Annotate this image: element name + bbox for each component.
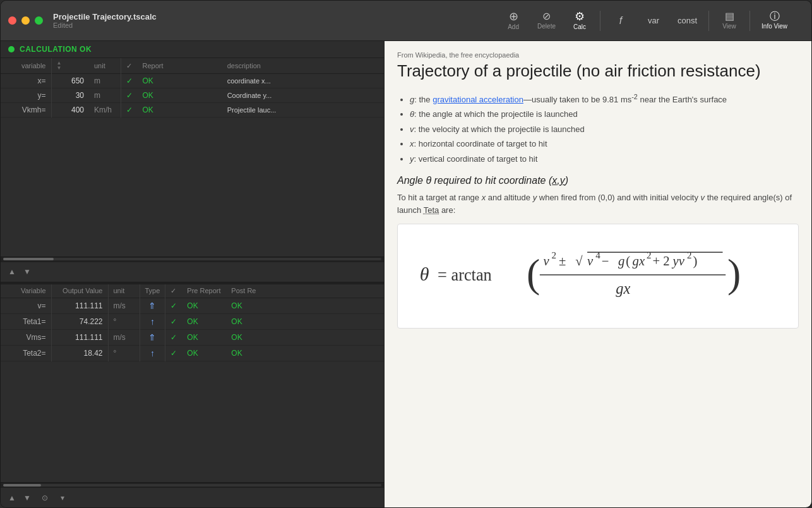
- svg-text:v: v: [587, 254, 594, 268]
- check-y: ✓: [121, 88, 138, 103]
- svg-text:+ 2: + 2: [653, 254, 670, 268]
- formula-box: θ = arctan ( v 2 ± √ v 4: [397, 224, 799, 329]
- scroll-thumb-output: [3, 484, 41, 487]
- svg-text:gx: gx: [616, 280, 630, 297]
- out-var-v: v=: [1, 298, 51, 313]
- out-val-v: 111.111: [51, 298, 108, 313]
- delete-button[interactable]: ⊘ Delete: [531, 9, 562, 32]
- out-post-vms: OK: [226, 329, 384, 345]
- add-label: Add: [508, 23, 519, 30]
- output-table: Variable Output Value unit Type ✓ Pre Re…: [1, 284, 384, 361]
- var-x: x=: [1, 74, 51, 88]
- svg-text:2: 2: [647, 250, 652, 260]
- th-unit: unit: [89, 58, 121, 74]
- info-view-icon: ⓘ: [770, 11, 780, 21]
- out-type-vms: ⇑: [140, 329, 165, 345]
- scroll-track-output: [3, 484, 381, 487]
- list-item: y: vertical coordinate of target to hit: [410, 153, 799, 166]
- svg-text:(: (: [527, 251, 540, 296]
- close-button[interactable]: [8, 16, 16, 25]
- svg-text:yv: yv: [672, 254, 685, 269]
- scroll-up-button[interactable]: ▲: [6, 265, 18, 278]
- var-button[interactable]: var: [638, 13, 669, 28]
- title-section: Projectile Trajectory.tscalc Edited: [53, 12, 157, 29]
- zoom-button[interactable]: [35, 16, 43, 25]
- out-var-teta1: Teta1=: [1, 313, 51, 329]
- window-subtitle: Edited: [53, 21, 157, 29]
- out-check-v: ✓: [165, 298, 182, 313]
- out-pre-teta2: OK: [182, 345, 226, 361]
- separator-3: [749, 11, 750, 31]
- svg-text:θ: θ: [420, 263, 429, 285]
- out-type-teta1: ↑: [140, 313, 165, 329]
- toolbar: ⊕ Add ⊘ Delete ⚙ Calc f var: [498, 8, 794, 33]
- svg-text:= arctan: = arctan: [438, 266, 492, 284]
- th-out-check: ✓: [165, 284, 182, 298]
- info-view-button[interactable]: ⓘ Info View: [755, 9, 794, 32]
- f-button[interactable]: f: [606, 13, 636, 28]
- add-icon: ⊕: [509, 11, 518, 22]
- status-text: CALCULATION OK: [20, 45, 92, 54]
- out-var-teta2: Teta2=: [1, 345, 51, 361]
- svg-text:): ): [727, 251, 741, 296]
- out-post-teta1: OK: [226, 313, 384, 329]
- delete-label: Delete: [537, 23, 556, 30]
- out-unit-v: m/s: [108, 298, 140, 313]
- out-more-button[interactable]: ▾: [56, 492, 69, 504]
- add-button[interactable]: ⊕ Add: [498, 8, 528, 33]
- out-type-teta2: ↑: [140, 345, 165, 361]
- out-scroll-down-button[interactable]: ▼: [21, 492, 33, 504]
- out-options-button[interactable]: ⊙: [36, 492, 54, 504]
- th-out-unit: unit: [108, 284, 140, 298]
- list-item-text: x: horizontal coordinate of target to hi…: [410, 139, 547, 148]
- output-bottom-controls: ▲ ▼ ⊙ ▾: [1, 487, 384, 507]
- output-scrollbar[interactable]: [1, 482, 384, 487]
- info-view-label: Info View: [761, 23, 787, 30]
- app-window: Projectile Trajectory.tscalc Edited ⊕ Ad…: [0, 0, 812, 508]
- view-button[interactable]: ▤ View: [714, 9, 744, 32]
- th-out-post: Post Re: [226, 284, 384, 298]
- out-val-vms: 111.111: [51, 329, 108, 345]
- out-pre-vms: OK: [182, 329, 226, 345]
- var-vkmh: Vkmh=: [1, 103, 51, 118]
- out-scroll-up-button[interactable]: ▲: [6, 492, 18, 504]
- var-y: y=: [1, 88, 51, 103]
- out-unit-vms: m/s: [108, 329, 140, 345]
- out-val-teta1: 74.222: [51, 313, 108, 329]
- svg-text:v: v: [543, 254, 549, 268]
- info-source: From Wikipedia, the free encyclopaedia: [397, 51, 799, 59]
- table-row: Teta2= 18.42 ° ↑ ✓ OK OK: [1, 345, 384, 361]
- out-unit-teta2: °: [108, 345, 140, 361]
- info-body-text: To hit a target at range x and altitude …: [397, 191, 799, 216]
- list-item: g: the gravitational acceleration—usuall…: [410, 91, 799, 106]
- svg-text:(: (: [626, 254, 630, 269]
- unit-vkmh: Km/h: [89, 103, 121, 118]
- gravitational-link[interactable]: gravitational acceleration: [433, 95, 523, 104]
- view-label: View: [722, 23, 736, 30]
- list-item-text: g: the gravitational acceleration—usuall…: [410, 95, 727, 104]
- list-item-text: θ: the angle at which the projectile is …: [410, 109, 578, 119]
- ok-x: OK: [138, 74, 222, 88]
- scroll-down-button[interactable]: ▼: [21, 265, 33, 278]
- window-title: Projectile Trajectory.tscalc: [53, 12, 157, 21]
- const-button[interactable]: const: [671, 13, 703, 28]
- unit-x: m: [89, 74, 121, 88]
- info-view-panel: From Wikipedia, the free encyclopaedia T…: [385, 41, 811, 507]
- svg-text:√: √: [575, 254, 583, 268]
- list-item-text: y: vertical coordinate of target to hit: [410, 154, 537, 164]
- desc-y: Coordinate y...: [222, 88, 384, 103]
- input-scrollbar[interactable]: [1, 257, 384, 262]
- status-dot: [8, 46, 15, 52]
- formula-svg: θ = arctan ( v 2 ± √ v 4: [408, 234, 788, 318]
- svg-text:gx: gx: [633, 254, 645, 269]
- svg-text:2: 2: [687, 250, 692, 260]
- minimize-button[interactable]: [21, 16, 30, 25]
- status-bar: CALCULATION OK: [1, 41, 384, 58]
- sort-icon: ▲▼: [57, 61, 85, 71]
- calc-button[interactable]: ⚙ Calc: [564, 8, 595, 33]
- input-table-section: variable ▲▼ unit ✓ Report description: [1, 58, 384, 257]
- val-x: 650: [51, 74, 89, 88]
- calc-icon: ⚙: [575, 11, 585, 22]
- th-sort: ▲▼: [51, 58, 89, 74]
- input-table: variable ▲▼ unit ✓ Report description: [1, 58, 384, 118]
